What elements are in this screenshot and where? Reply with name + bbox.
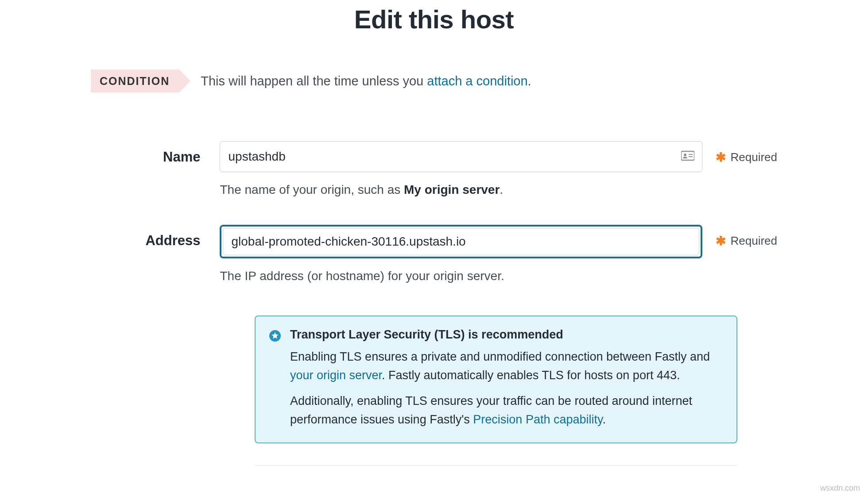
your-origin-server-link[interactable]: your origin server [290,369,382,382]
attach-condition-link[interactable]: attach a condition [427,74,527,88]
address-input[interactable] [223,228,699,255]
section-divider [255,465,737,466]
tls-info-box: Transport Layer Security (TLS) is recomm… [255,315,737,443]
id-card-icon [681,150,694,163]
condition-text-suffix: . [528,74,531,88]
address-required-label: Required [730,234,777,248]
condition-badge: CONDITION [91,69,179,92]
condition-text-prefix: This will happen all the time unless you [201,74,427,88]
star-badge-icon [269,330,281,342]
tls-info-p1: Enabling TLS ensures a private and unmod… [290,348,723,385]
name-helper: The name of your origin, such as My orig… [220,181,702,198]
name-required-label: Required [730,150,777,164]
svg-point-1 [684,154,686,156]
required-star-icon: ✱ [716,150,726,165]
tls-p1-b: . Fastly automatically enables TLS for h… [382,369,680,382]
condition-badge-label: CONDITION [100,75,170,88]
name-helper-suffix: . [500,183,503,196]
tls-info-title: Transport Layer Security (TLS) is recomm… [290,328,723,342]
tls-p1-a: Enabling TLS ensures a private and unmod… [290,350,710,363]
watermark: wsxdn.com [820,484,860,493]
svg-rect-3 [689,156,693,157]
condition-text: This will happen all the time unless you… [201,74,531,88]
page-title: Edit this host [91,4,777,34]
name-input[interactable] [220,141,702,172]
tls-info-p2: Additionally, enabling TLS ensures your … [290,392,723,429]
name-label: Name [163,149,200,165]
tls-p2-b: . [602,413,606,426]
address-helper: The IP address (or hostname) for your or… [220,267,702,285]
required-star-icon: ✱ [716,234,726,248]
svg-rect-2 [689,154,693,155]
svg-rect-0 [681,151,694,160]
name-helper-prefix: The name of your origin, such as [220,183,404,196]
address-label: Address [145,233,200,248]
precision-path-link[interactable]: Precision Path capability [473,413,602,426]
name-helper-bold: My origin server [404,183,500,196]
